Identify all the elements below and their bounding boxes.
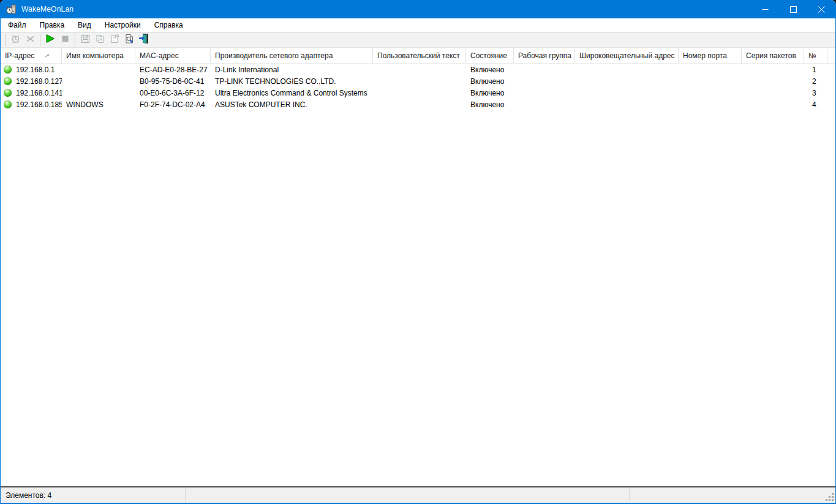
column-header-packet_series[interactable]: Серия пакетов [742, 48, 804, 63]
properties-icon [110, 34, 120, 47]
toolbar-separator [40, 34, 40, 46]
cell-vendor: Ultra Electronics Command & Control Syst… [211, 89, 373, 97]
column-header-workgroup[interactable]: Рабочая группа [514, 48, 575, 63]
close-button[interactable] [807, 0, 835, 18]
column-header-user_text[interactable]: Пользовательский текст [373, 48, 466, 63]
exit-door-icon [138, 33, 149, 47]
column-label: Производитель сетевого адаптера [215, 51, 333, 60]
power-status-green-ball-icon [4, 100, 12, 108]
maximize-button[interactable] [779, 0, 807, 18]
menu-item-2[interactable]: Вид [71, 19, 98, 31]
cell-status: Включено [466, 100, 514, 109]
cell-status: Включено [466, 89, 514, 97]
delete-button [23, 32, 37, 47]
toolbar-separator [75, 34, 75, 46]
column-header-ip[interactable]: IP-адрес [1, 48, 62, 63]
status-panel-middle [186, 487, 629, 503]
menu-item-3[interactable]: Настройки [98, 19, 148, 31]
column-label: Рабочая группа [518, 51, 571, 60]
device-row[interactable]: 192.168.0.1EC-AD-E0-28-BE-27D-Link Inter… [1, 64, 835, 75]
minimize-button[interactable] [751, 0, 779, 18]
play-icon [45, 33, 56, 47]
cell-vendor: D-Link International [211, 66, 373, 74]
properties-button [107, 32, 122, 47]
cell-num: 1 [804, 66, 827, 74]
column-header-computer_name[interactable]: Имя компьютера [62, 48, 135, 63]
cell-ip: 192.168.0.1 [1, 66, 62, 74]
list-body: 192.168.0.1EC-AD-E0-28-BE-27D-Link Inter… [1, 64, 835, 110]
status-items-count: Элементов: 4 [1, 487, 185, 503]
column-header-status[interactable]: Состояние [466, 48, 514, 63]
cell-mac: EC-AD-E0-28-BE-27 [135, 66, 211, 74]
ip-text: 192.168.0.1 [16, 66, 55, 74]
device-list: IP-адресИмя компьютераMAC-адресПроизводи… [1, 48, 835, 486]
device-row[interactable]: 192.168.0.185WINDOWSF0-2F-74-DC-02-A4ASU… [1, 99, 835, 110]
device-row[interactable]: 192.168.0.127B0-95-75-D6-0C-41TP-LINK TE… [1, 75, 835, 87]
power-status-green-ball-icon [4, 66, 12, 73]
column-header-num[interactable]: № [804, 48, 827, 63]
cell-status: Включено [466, 66, 514, 74]
wake-up-button [8, 32, 23, 47]
toolbar-separator [5, 34, 6, 46]
sort-ascending-icon [45, 53, 50, 58]
device-row[interactable]: 192.168.0.14100-E0-6C-3A-6F-12Ultra Elec… [1, 87, 835, 99]
status-bar: Элементов: 4 [1, 486, 835, 503]
column-label: Пользовательский текст [377, 51, 460, 60]
copy-icon [95, 34, 105, 47]
app-window: WakeMeOnLan ФайлПравкаВидНастройкиСправк… [0, 0, 836, 504]
list-header: IP-адресИмя компьютераMAC-адресПроизводи… [1, 48, 835, 64]
column-header-broadcast[interactable]: Широковещательный адрес [575, 48, 679, 63]
column-header-vendor[interactable]: Производитель сетевого адаптера [211, 48, 373, 63]
cell-vendor: TP-LINK TECHNOLOGIES CO.,LTD. [211, 77, 373, 86]
cell-num: 3 [804, 89, 827, 97]
power-status-green-ball-icon [4, 77, 12, 85]
cell-ip: 192.168.0.185 [1, 100, 62, 109]
power-status-green-ball-icon [4, 89, 12, 97]
cell-mac: B0-95-75-D6-0C-41 [135, 77, 211, 86]
column-label: Серия пакетов [746, 51, 796, 60]
column-header-port[interactable]: Номер порта [679, 48, 742, 63]
cell-num: 4 [804, 100, 827, 109]
stop-scan-button [58, 32, 72, 47]
items-count-label: Элементов: 4 [6, 491, 51, 500]
cell-vendor: ASUSTek COMPUTER INC. [211, 100, 373, 109]
cell-num: 2 [804, 77, 827, 86]
app-icon [6, 4, 17, 15]
column-label: MAC-адрес [140, 51, 179, 60]
column-header-mac[interactable]: MAC-адрес [135, 48, 211, 63]
menu-item-0[interactable]: Файл [1, 19, 33, 31]
cell-ip: 192.168.0.127 [1, 77, 62, 86]
find-button[interactable] [122, 32, 137, 47]
cell-ip: 192.168.0.141 [1, 89, 62, 97]
copy-button [92, 32, 107, 47]
window-controls [751, 0, 835, 18]
column-label: Состояние [470, 51, 507, 60]
column-label: Имя компьютера [66, 51, 124, 60]
title-bar: WakeMeOnLan [1, 0, 835, 18]
save-button [78, 32, 92, 47]
cell-mac: F0-2F-74-DC-02-A4 [135, 100, 211, 109]
cell-status: Включено [466, 77, 514, 86]
toolbar [1, 32, 835, 48]
start-scan-button[interactable] [43, 32, 58, 47]
resize-grip[interactable] [825, 492, 834, 501]
maximize-icon [790, 6, 797, 13]
minimize-icon [762, 6, 769, 13]
ip-text: 192.168.0.185 [16, 100, 62, 109]
ip-text: 192.168.0.127 [16, 77, 62, 86]
ip-text: 192.168.0.141 [16, 89, 62, 97]
column-header-filler [827, 48, 835, 63]
status-panel-right [630, 487, 835, 503]
stop-icon [60, 34, 70, 47]
menu-item-1[interactable]: Правка [33, 19, 72, 31]
column-label: № [808, 51, 816, 60]
cell-mac: 00-E0-6C-3A-6F-12 [135, 89, 211, 97]
alarm-clock-icon [10, 34, 21, 47]
exit-button[interactable] [137, 32, 151, 47]
window-title: WakeMeOnLan [21, 5, 73, 13]
menu-item-4[interactable]: Справка [148, 19, 190, 31]
cell-computer_name: WINDOWS [62, 100, 135, 109]
close-icon [818, 6, 825, 13]
save-floppy-icon [80, 34, 91, 47]
column-label: IP-адрес [5, 51, 34, 60]
